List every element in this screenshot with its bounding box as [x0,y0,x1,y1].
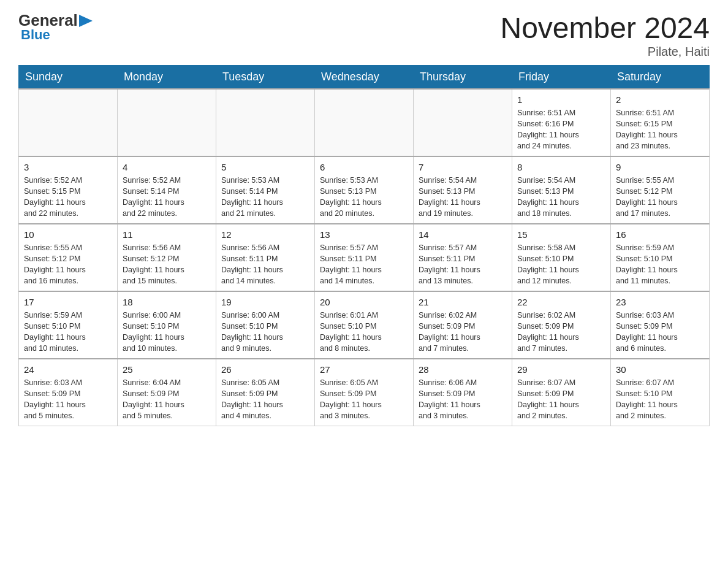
calendar-cell [315,89,414,156]
day-info: Sunrise: 5:57 AM Sunset: 5:11 PM Dayligh… [320,242,408,287]
calendar-cell: 24Sunrise: 6:03 AM Sunset: 5:09 PM Dayli… [19,359,118,426]
day-number: 6 [320,161,408,174]
calendar-week-row: 1Sunrise: 6:51 AM Sunset: 6:16 PM Daylig… [19,89,710,156]
weekday-header-wednesday: Wednesday [315,65,414,89]
day-info: Sunrise: 5:58 AM Sunset: 5:10 PM Dayligh… [517,242,605,287]
day-info: Sunrise: 5:55 AM Sunset: 5:12 PM Dayligh… [24,242,112,287]
day-info: Sunrise: 6:01 AM Sunset: 5:10 PM Dayligh… [320,310,408,354]
day-number: 12 [221,228,309,241]
logo-blue-text: Blue [21,28,50,42]
calendar-cell: 18Sunrise: 6:00 AM Sunset: 5:10 PM Dayli… [118,291,216,359]
calendar-cell: 21Sunrise: 6:02 AM Sunset: 5:09 PM Dayli… [414,291,512,359]
weekday-header-sunday: Sunday [19,65,118,89]
weekday-header-saturday: Saturday [611,65,710,89]
calendar-cell: 16Sunrise: 5:59 AM Sunset: 5:10 PM Dayli… [611,224,710,291]
calendar-cell: 13Sunrise: 5:57 AM Sunset: 5:11 PM Dayli… [315,224,414,291]
day-info: Sunrise: 5:52 AM Sunset: 5:14 PM Dayligh… [123,175,211,220]
weekday-header-tuesday: Tuesday [216,65,315,89]
day-number: 28 [419,363,507,376]
calendar-cell: 28Sunrise: 6:06 AM Sunset: 5:09 PM Dayli… [414,359,512,426]
day-number: 25 [123,363,211,376]
day-info: Sunrise: 5:54 AM Sunset: 5:13 PM Dayligh… [419,175,507,220]
location: Pilate, Haiti [500,45,710,59]
day-info: Sunrise: 5:57 AM Sunset: 5:11 PM Dayligh… [419,242,507,287]
logo-general-text: General [18,12,78,28]
day-info: Sunrise: 6:05 AM Sunset: 5:09 PM Dayligh… [221,377,309,422]
day-number: 26 [221,363,309,376]
day-info: Sunrise: 6:03 AM Sunset: 5:09 PM Dayligh… [24,377,112,422]
calendar-cell: 11Sunrise: 5:56 AM Sunset: 5:12 PM Dayli… [118,224,216,291]
calendar-cell: 27Sunrise: 6:05 AM Sunset: 5:09 PM Dayli… [315,359,414,426]
day-number: 8 [517,161,605,174]
day-info: Sunrise: 6:06 AM Sunset: 5:09 PM Dayligh… [419,377,507,422]
day-number: 18 [123,296,211,308]
day-number: 29 [517,363,605,376]
calendar-cell [216,89,315,156]
calendar-cell [118,89,216,156]
title-block: November 2024 Pilate, Haiti [500,12,710,59]
day-info: Sunrise: 5:53 AM Sunset: 5:13 PM Dayligh… [320,175,408,220]
page-header: General Blue November 2024 Pilate, Haiti [18,12,710,59]
calendar-cell: 12Sunrise: 5:56 AM Sunset: 5:11 PM Dayli… [216,224,315,291]
day-number: 7 [419,161,507,174]
day-number: 19 [221,296,309,308]
calendar-cell: 22Sunrise: 6:02 AM Sunset: 5:09 PM Dayli… [512,291,611,359]
day-info: Sunrise: 6:51 AM Sunset: 6:15 PM Dayligh… [616,107,704,152]
calendar-cell: 29Sunrise: 6:07 AM Sunset: 5:09 PM Dayli… [512,359,611,426]
day-number: 22 [517,296,605,308]
day-number: 5 [221,161,309,174]
day-info: Sunrise: 5:56 AM Sunset: 5:12 PM Dayligh… [123,242,211,287]
day-number: 23 [616,296,704,308]
weekday-header-monday: Monday [118,65,216,89]
calendar-cell [414,89,512,156]
day-info: Sunrise: 6:03 AM Sunset: 5:09 PM Dayligh… [616,310,704,354]
calendar-week-row: 17Sunrise: 5:59 AM Sunset: 5:10 PM Dayli… [19,291,710,359]
day-info: Sunrise: 6:00 AM Sunset: 5:10 PM Dayligh… [221,310,309,354]
day-number: 24 [24,363,112,376]
day-info: Sunrise: 5:53 AM Sunset: 5:14 PM Dayligh… [221,175,309,220]
calendar-table: SundayMondayTuesdayWednesdayThursdayFrid… [18,65,710,427]
day-info: Sunrise: 5:56 AM Sunset: 5:11 PM Dayligh… [221,242,309,287]
day-number: 14 [419,228,507,241]
day-number: 17 [24,296,112,308]
calendar-cell: 19Sunrise: 6:00 AM Sunset: 5:10 PM Dayli… [216,291,315,359]
calendar-cell: 14Sunrise: 5:57 AM Sunset: 5:11 PM Dayli… [414,224,512,291]
calendar-cell: 17Sunrise: 5:59 AM Sunset: 5:10 PM Dayli… [19,291,118,359]
day-number: 13 [320,228,408,241]
day-number: 9 [616,161,704,174]
calendar-week-row: 3Sunrise: 5:52 AM Sunset: 5:15 PM Daylig… [19,156,710,224]
day-info: Sunrise: 6:07 AM Sunset: 5:10 PM Dayligh… [616,377,704,422]
day-number: 3 [24,161,112,174]
calendar-week-row: 10Sunrise: 5:55 AM Sunset: 5:12 PM Dayli… [19,224,710,291]
day-info: Sunrise: 6:05 AM Sunset: 5:09 PM Dayligh… [320,377,408,422]
calendar-cell: 3Sunrise: 5:52 AM Sunset: 5:15 PM Daylig… [19,156,118,224]
calendar-cell: 1Sunrise: 6:51 AM Sunset: 6:16 PM Daylig… [512,89,611,156]
calendar-cell: 23Sunrise: 6:03 AM Sunset: 5:09 PM Dayli… [611,291,710,359]
day-number: 15 [517,228,605,241]
calendar-cell: 10Sunrise: 5:55 AM Sunset: 5:12 PM Dayli… [19,224,118,291]
day-info: Sunrise: 5:54 AM Sunset: 5:13 PM Dayligh… [517,175,605,220]
logo-triangle-icon [79,15,93,27]
day-info: Sunrise: 6:02 AM Sunset: 5:09 PM Dayligh… [517,310,605,354]
day-info: Sunrise: 5:55 AM Sunset: 5:12 PM Dayligh… [616,175,704,220]
calendar-cell [19,89,118,156]
calendar-cell: 6Sunrise: 5:53 AM Sunset: 5:13 PM Daylig… [315,156,414,224]
day-info: Sunrise: 6:04 AM Sunset: 5:09 PM Dayligh… [123,377,211,422]
day-info: Sunrise: 6:00 AM Sunset: 5:10 PM Dayligh… [123,310,211,354]
day-number: 30 [616,363,704,376]
calendar-cell: 26Sunrise: 6:05 AM Sunset: 5:09 PM Dayli… [216,359,315,426]
calendar-cell: 15Sunrise: 5:58 AM Sunset: 5:10 PM Dayli… [512,224,611,291]
day-number: 16 [616,228,704,241]
calendar-cell: 8Sunrise: 5:54 AM Sunset: 5:13 PM Daylig… [512,156,611,224]
day-info: Sunrise: 5:59 AM Sunset: 5:10 PM Dayligh… [616,242,704,287]
logo: General Blue [18,12,93,42]
day-info: Sunrise: 5:59 AM Sunset: 5:10 PM Dayligh… [24,310,112,354]
day-number: 20 [320,296,408,308]
day-number: 1 [517,93,605,106]
weekday-header-thursday: Thursday [414,65,512,89]
calendar-header-row: SundayMondayTuesdayWednesdayThursdayFrid… [19,65,710,89]
calendar-cell: 4Sunrise: 5:52 AM Sunset: 5:14 PM Daylig… [118,156,216,224]
day-number: 11 [123,228,211,241]
calendar-week-row: 24Sunrise: 6:03 AM Sunset: 5:09 PM Dayli… [19,359,710,426]
day-info: Sunrise: 6:51 AM Sunset: 6:16 PM Dayligh… [517,107,605,152]
